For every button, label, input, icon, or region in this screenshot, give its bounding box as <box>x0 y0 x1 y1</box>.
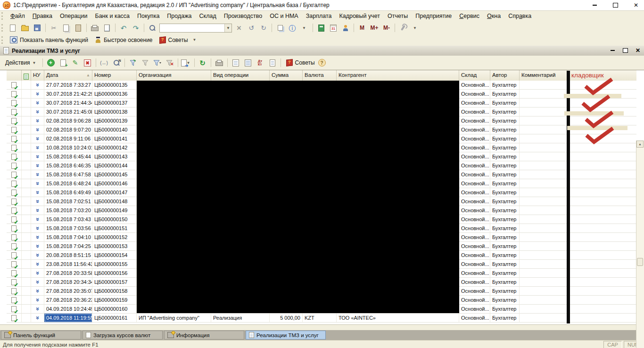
find-prev-icon[interactable]: ↺ <box>246 23 257 33</box>
tips-button[interactable]: Советы <box>283 58 318 67</box>
header-col-comment[interactable]: Комментарий <box>520 70 567 81</box>
add-icon[interactable]: + <box>45 58 57 68</box>
menu-item-enterprise[interactable]: Предприятие <box>412 11 455 21</box>
cell-date[interactable]: 15.08.2018 7:03:20 <box>44 206 92 215</box>
cell-date[interactable]: 15.08.2018 6:46:35 <box>44 161 92 170</box>
cell-number[interactable]: ЦБ000000161 <box>92 314 137 322</box>
journal-icon[interactable] <box>267 58 278 68</box>
cell-number[interactable]: ЦБ000000144 <box>92 161 137 170</box>
tab-sales-tmz[interactable]: Реализации ТМЗ и услуг <box>246 331 326 340</box>
memory-button-M-[interactable]: M- <box>381 23 392 33</box>
cell-date[interactable]: 10.08.2018 10:24:01 <box>44 143 92 152</box>
find-next-icon[interactable]: ↻ <box>258 23 269 33</box>
cell-date[interactable]: 27.08.2018 20:33:58 <box>44 269 92 277</box>
find-number-icon[interactable]: N <box>111 58 122 68</box>
cell-date[interactable]: 04.09.2018 11:19:55 <box>44 314 92 322</box>
search-combobox[interactable]: ▼ <box>159 24 232 33</box>
menu-item-operations[interactable]: Операции <box>56 11 91 21</box>
mdi-close-button[interactable]: ✕ <box>634 47 642 54</box>
output-list-icon[interactable] <box>242 58 254 68</box>
cell-number[interactable]: ЦБ000000154 <box>92 251 137 259</box>
header-col-operation[interactable]: Вид операции <box>211 70 270 81</box>
header-col-currency[interactable]: Валюта <box>303 70 337 81</box>
menu-item-sale[interactable]: Продажа <box>163 11 195 21</box>
cell-number[interactable]: ЦБ000000151 <box>92 224 137 232</box>
cell-date[interactable]: 15.08.2018 6:48:24 <box>44 179 92 188</box>
filter-menu-icon[interactable] <box>152 58 163 68</box>
cell-number[interactable]: ЦБ000000155 <box>92 260 137 268</box>
cell-number[interactable]: ЦБ000000150 <box>92 215 137 224</box>
mdi-restore-button[interactable] <box>621 47 629 54</box>
help-icon[interactable]: ? <box>318 59 326 66</box>
new-icon[interactable] <box>7 23 18 33</box>
print-preview-icon[interactable] <box>101 23 113 33</box>
cell-date[interactable]: 15.08.2018 7:04:25 <box>44 242 92 250</box>
memory-button-M+[interactable]: M+ <box>369 23 380 33</box>
user-icon[interactable] <box>340 23 351 33</box>
dropdown-arrow-icon[interactable]: ▼ <box>299 23 310 33</box>
cell-number[interactable]: ЦБ000000140 <box>92 125 137 134</box>
copy-icon[interactable] <box>60 23 72 33</box>
list-settings-icon[interactable] <box>230 58 241 68</box>
combo-dropdown-icon[interactable]: ▼ <box>224 24 231 32</box>
menu-item-reports[interactable]: Отчеты <box>384 11 412 21</box>
vertical-scrollbar[interactable]: ▲ ▼ <box>636 141 644 348</box>
cell-date[interactable]: 30.07.2018 21:44:34 <box>44 99 92 107</box>
cell-number[interactable]: ЦБ000000141 <box>92 134 137 143</box>
memory-button-M[interactable]: M <box>356 23 368 33</box>
delete-icon[interactable]: ✖ <box>82 58 93 68</box>
cell-date[interactable]: 20.08.2018 8:51:15 <box>44 251 92 259</box>
paste-icon[interactable] <box>73 23 84 33</box>
cell-date[interactable]: 15.08.2018 7:02:51 <box>44 197 92 206</box>
menu-item-file[interactable]: Файл <box>7 11 29 21</box>
actions-menu-button[interactable]: Действия ▼ <box>2 58 41 67</box>
cell-date[interactable]: 30.07.2018 21:45:08 <box>44 108 92 116</box>
cell-number[interactable]: ЦБ000000147 <box>92 188 137 197</box>
tips-button[interactable]: Советы <box>156 36 191 44</box>
cell-number[interactable]: ЦБ000000156 <box>92 269 137 277</box>
find-icon[interactable] <box>147 23 158 33</box>
header-col-partner[interactable]: Контрагент <box>337 70 459 81</box>
header-col-nu[interactable]: НУ <box>31 70 44 81</box>
cut-icon[interactable]: ✂ <box>48 23 59 33</box>
scrollbar-thumb[interactable] <box>637 258 643 266</box>
menu-item-help[interactable]: Справка <box>504 11 535 21</box>
cell-date[interactable]: 23.08.2018 11:56:43 <box>44 260 92 268</box>
header-col-author[interactable]: Автор <box>490 70 520 81</box>
toolbar-grip[interactable] <box>1 36 4 44</box>
cell-date[interactable]: 15.08.2018 6:47:58 <box>44 170 92 179</box>
undo-icon[interactable]: ↶ <box>118 23 129 33</box>
toolbar-grip[interactable] <box>1 12 4 20</box>
header-col-store[interactable]: Склад <box>459 70 490 81</box>
cell-number[interactable]: ЦБ000000157 <box>92 278 137 286</box>
goto-icon[interactable]: ➔▼ <box>181 58 192 68</box>
menu-item-windows[interactable]: Окна <box>483 11 504 21</box>
menu-item-fixed-assets[interactable]: ОС и НМА <box>266 11 302 21</box>
cell-number[interactable]: ЦБ000000142 <box>92 143 137 152</box>
cell-date[interactable]: 15.08.2018 7:03:43 <box>44 215 92 224</box>
cell-number[interactable]: ЦБ000000152 <box>92 233 137 241</box>
add-copy-icon[interactable]: + <box>58 58 69 68</box>
calendar-icon[interactable]: 31 <box>328 23 339 33</box>
table-row[interactable]: ✔»04.09.2018 11:19:55ЦБ000000161ИП "Adve… <box>7 314 636 323</box>
header-col-posting[interactable] <box>22 70 31 81</box>
cell-number[interactable]: ЦБ000000145 <box>92 170 137 179</box>
cell-number[interactable]: ЦБ000000137 <box>92 99 137 107</box>
menu-item-payroll[interactable]: Зарплата <box>302 11 336 21</box>
cell-date[interactable]: 02.08.2018 9:06:28 <box>44 116 92 125</box>
minimize-button[interactable] <box>590 1 599 9</box>
cell-number[interactable]: ЦБ000000138 <box>92 108 137 116</box>
cell-number[interactable]: ЦБ000000149 <box>92 206 137 215</box>
cell-number[interactable]: ЦБ000000148 <box>92 197 137 206</box>
header-col-sum[interactable]: Сумма <box>270 70 303 81</box>
cell-number[interactable]: ЦБ000000135 <box>92 81 137 89</box>
dropdown-arrow-icon[interactable]: ▼ <box>192 35 198 45</box>
header-col-org[interactable]: Организация <box>137 70 211 81</box>
cell-number[interactable]: ЦБ000000136 <box>92 90 137 98</box>
print-icon[interactable] <box>89 23 100 33</box>
clear-filter-icon[interactable]: ✕ <box>164 58 175 68</box>
cell-date[interactable]: 15.08.2018 6:49:49 <box>44 188 92 197</box>
debit-credit-icon[interactable]: ДтКт <box>255 58 266 68</box>
header-col-date[interactable]: Дата▲ <box>44 70 92 81</box>
tab-information[interactable]: Информация <box>164 331 244 340</box>
